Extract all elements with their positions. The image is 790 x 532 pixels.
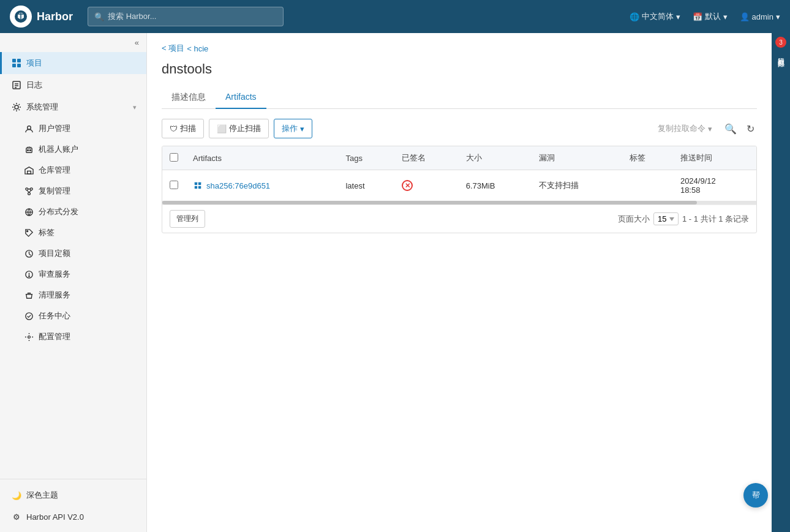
- sidebar-item-copy-mgmt[interactable]: 复制管理: [12, 181, 146, 201]
- search-button[interactable]: 🔍: [722, 121, 739, 137]
- system-mgmt-icon: [12, 102, 21, 112]
- search-icon: 🔍: [94, 12, 104, 21]
- task-icon: [24, 311, 34, 321]
- tab-description[interactable]: 描述信息: [162, 87, 216, 109]
- artifact-icon: [193, 181, 203, 190]
- header-vuln: 漏洞: [532, 146, 622, 170]
- table-row: sha256:76e9d651 latest ✕ 6.73MiB: [162, 170, 756, 201]
- sidebar-item-projects[interactable]: 项目: [0, 52, 146, 74]
- sidebar-copy-mgmt-label: 复制管理: [39, 185, 70, 197]
- svg-point-10: [27, 126, 31, 129]
- refresh-icon: ↻: [747, 123, 754, 135]
- search-bar[interactable]: 🔍 搜索 Harbor...: [88, 7, 284, 26]
- header-signed: 已签名: [394, 146, 459, 170]
- svg-point-13: [29, 149, 31, 151]
- sidebar-quota-label: 项目定额: [39, 248, 70, 259]
- action-button[interactable]: 操作 ▾: [274, 119, 312, 138]
- sidebar-footer: 🌙 深色主题 ⚙ Harbor API V2.0: [0, 479, 146, 532]
- sidebar-collapse-button[interactable]: «: [0, 33, 146, 52]
- manage-columns-button[interactable]: 管理列: [170, 210, 205, 228]
- sidebar-item-system-mgmt[interactable]: 系统管理 ▾: [0, 96, 146, 118]
- row-checkbox[interactable]: [170, 181, 178, 189]
- scan-button[interactable]: 🛡 扫描: [162, 119, 204, 138]
- user-menu[interactable]: 👤 admin ▾: [740, 12, 780, 21]
- artifact-link[interactable]: sha256:76e9d651: [193, 181, 331, 190]
- top-navigation: Harbor 🔍 搜索 Harbor... 🌐 中文简体 ▾ 📅 默认 ▾ 👤 …: [0, 0, 790, 33]
- tabs: 描述信息 Artifacts: [162, 87, 757, 109]
- header-checkbox[interactable]: [162, 146, 186, 170]
- toolbar-right: 复制拉取命令 ▾ 🔍 ↻: [653, 121, 757, 137]
- api-icon: ⚙: [12, 512, 21, 522]
- cleanup-icon: [24, 290, 34, 300]
- default-label: 默认: [705, 11, 721, 22]
- stop-icon: ⬜: [217, 124, 227, 133]
- svg-rect-1: [12, 59, 16, 62]
- scroll-bar[interactable]: [162, 201, 756, 204]
- svg-point-12: [27, 149, 28, 151]
- sidebar-item-cleanup-service[interactable]: 清理服务: [12, 285, 146, 305]
- page-size-select[interactable]: 15 25 50: [653, 212, 679, 225]
- default-selector[interactable]: 📅 默认 ▾: [693, 11, 728, 22]
- calendar-icon: 📅: [693, 12, 702, 21]
- copy-cmd-chevron-icon: ▾: [708, 124, 712, 133]
- sidebar-item-logs[interactable]: 日志: [0, 74, 146, 96]
- config-icon: [24, 332, 34, 342]
- language-selector[interactable]: 🌐 中文简体 ▾: [630, 11, 680, 22]
- robot-icon: [24, 144, 34, 154]
- svg-point-20: [26, 230, 28, 231]
- svg-rect-31: [195, 186, 197, 189]
- nav-right: 🌐 中文简体 ▾ 📅 默认 ▾ 👤 admin ▾: [630, 11, 780, 22]
- row-checkbox-cell[interactable]: [162, 170, 186, 201]
- sidebar-item-labels[interactable]: 标签: [12, 222, 146, 243]
- sidebar-item-robot-accounts[interactable]: 机器人账户: [12, 139, 146, 160]
- sidebar-labels-label: 标签: [39, 227, 55, 238]
- sidebar-item-config-mgmt[interactable]: 配置管理: [12, 326, 146, 347]
- default-chevron: ▾: [723, 12, 728, 21]
- globe-icon: 🌐: [630, 12, 639, 21]
- sidebar-item-task-center[interactable]: 任务中心: [12, 305, 146, 326]
- sidebar-api[interactable]: ⚙ Harbor API V2.0: [0, 506, 146, 527]
- sidebar-audit-label: 审查服务: [39, 269, 70, 280]
- svg-rect-30: [198, 182, 201, 185]
- right-panel: 3 抢回批邮推: [772, 33, 790, 532]
- row-vuln-cell: 不支持扫描: [532, 170, 622, 201]
- sidebar-dark-mode[interactable]: 🌙 深色主题: [0, 484, 146, 506]
- row-size-cell: 6.73MiB: [459, 170, 532, 201]
- sidebar-submenu: 用户管理 机器人账户: [0, 118, 146, 347]
- sidebar-cleanup-label: 清理服务: [39, 290, 70, 301]
- svg-rect-14: [27, 171, 31, 174]
- header-tags: Tags: [338, 146, 394, 170]
- logs-icon: [12, 80, 21, 90]
- sidebar-item-distributed-dist[interactable]: 分布式分发: [12, 201, 146, 222]
- svg-rect-2: [17, 59, 21, 62]
- row-tags-cell: latest: [338, 170, 394, 201]
- toolbar: 🛡 扫描 ⬜ 停止扫描 操作 ▾ 复制拉取命令 ▾ 🔍 ↻: [162, 119, 757, 138]
- sidebar: « 项目: [0, 33, 147, 532]
- dark-mode-icon: 🌙: [12, 490, 21, 500]
- copy-cmd-button[interactable]: 复制拉取命令 ▾: [653, 121, 717, 137]
- svg-rect-4: [17, 64, 21, 67]
- table: Artifacts Tags 已签名 大小 漏洞: [162, 146, 756, 201]
- audit-icon: [24, 269, 34, 279]
- quota-icon: [24, 249, 34, 258]
- sidebar-item-audit-service[interactable]: 审查服务: [12, 264, 146, 285]
- header-push-time: 推送时间: [673, 146, 756, 170]
- system-mgmt-arrow: ▾: [133, 103, 137, 111]
- select-all-checkbox[interactable]: [170, 153, 178, 162]
- sidebar-warehouse-label: 仓库管理: [39, 165, 70, 176]
- breadcrumb-hcie-link[interactable]: < hcie: [187, 44, 208, 53]
- stop-scan-button[interactable]: ⬜ 停止扫描: [209, 119, 269, 138]
- main-layout: « 项目: [0, 33, 790, 532]
- sidebar-item-warehouse-mgmt[interactable]: 仓库管理: [12, 160, 146, 181]
- floating-help-button[interactable]: 帮: [743, 483, 768, 508]
- sidebar-item-user-mgmt[interactable]: 用户管理: [12, 118, 146, 139]
- refresh-button[interactable]: ↻: [744, 121, 757, 137]
- scan-icon: 🛡: [170, 124, 178, 133]
- svg-line-23: [29, 253, 31, 255]
- row-artifact-cell: sha256:76e9d651: [186, 170, 338, 201]
- api-label: Harbor API V2.0: [26, 512, 84, 522]
- sidebar-item-project-quota[interactable]: 项目定额: [12, 243, 146, 264]
- tab-artifacts[interactable]: Artifacts: [216, 87, 266, 109]
- language-label: 中文简体: [642, 11, 674, 22]
- breadcrumb-project-link[interactable]: < 项目: [162, 43, 184, 54]
